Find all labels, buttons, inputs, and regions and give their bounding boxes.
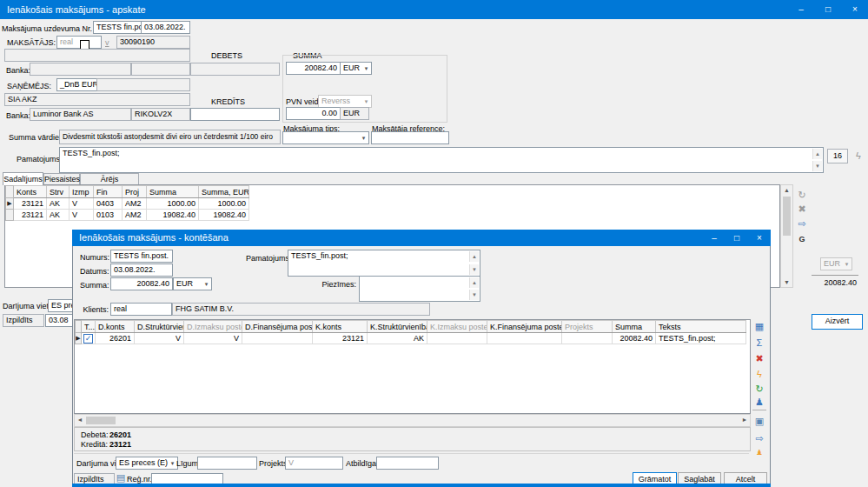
scroll-thumb[interactable] [86,417,116,424]
refresh-icon[interactable]: ↻ [795,190,809,201]
notes-textarea[interactable]: ▲ ▼ [359,276,480,302]
tab-piesaistes[interactable]: Piesaistes [43,173,80,184]
modal-minimize-icon[interactable]: – [703,230,726,246]
row-selector-empty [6,210,14,221]
scroll-right-icon[interactable]: ► [739,415,750,424]
col-k-izmaksu[interactable]: K.Izmaksu postenis [427,321,487,333]
cell [242,333,313,344]
client-code-input[interactable]: real [110,303,172,316]
col-t[interactable]: T... [82,321,96,333]
col-izmp[interactable]: Izmp [70,186,94,198]
sum-icon[interactable]: Σ [752,337,766,349]
table-row[interactable]: 23121 AK V 0103 AM2 19082.40 19082.40 [6,210,249,221]
executed-field: Izpildīts [3,314,44,327]
minimize-icon[interactable]: – [788,0,814,19]
sum-input[interactable]: 20082.40 [110,277,173,290]
contract-input[interactable] [197,457,257,470]
col-strv[interactable]: Strv [47,186,70,198]
spin-down-icon[interactable]: ▼ [469,290,479,300]
lightning-icon[interactable]: ϟ [851,150,865,162]
col-fin[interactable]: Fin [94,186,123,198]
refresh-icon[interactable]: ↻ [752,384,766,395]
vat-type-select[interactable]: Reverss ▾ [318,95,372,108]
stamp-icon[interactable]: ♟ [752,397,766,408]
payer-reference-input[interactable] [371,131,449,144]
tab-arejs-maksajums[interactable]: Ārējs maksājums [80,173,139,184]
payment-date-input[interactable]: 03.08.2022. [141,21,190,34]
col-teksts[interactable]: Teksts [656,321,746,333]
delete-icon[interactable]: ✖ [752,353,766,364]
spin-up-icon[interactable]: ▲ [812,149,822,159]
selector-header [76,321,82,333]
col-proj[interactable]: Proj [123,186,147,198]
responsible-input[interactable] [376,457,439,470]
col-k-strukturvieniba[interactable]: K.Struktūrvienība [368,321,427,333]
modal-maximize-icon[interactable]: □ [726,230,748,246]
copy-icon[interactable]: ▣ [752,416,766,427]
main-window-title: Ienākošais maksājums - apskate [7,0,146,19]
credit-account-field [190,108,280,121]
person-icon[interactable]: ♟ [752,448,766,455]
vertical-scrollbar[interactable]: ▲ ▼ [780,184,793,288]
modal-close-icon[interactable]: × [748,230,771,246]
credit-sum-input[interactable]: 0.00 [286,107,341,120]
modal-business-place-select[interactable]: ES preces (E) ▾ [116,457,178,470]
main-titlebar: Ienākošais maksājums - apskate – □ × [0,0,868,19]
receiver-label: SAŅĒMĒJS: [7,82,51,91]
col-konts[interactable]: Konts [14,186,47,198]
receiver-account-input[interactable]: _DnB EUR [56,78,102,91]
col-summa[interactable]: Summa [613,321,656,333]
g-icon[interactable]: G [795,234,809,245]
col-d-strukturvieniba[interactable]: D.Struktūrvienība [135,321,184,333]
column-settings-icon[interactable]: ▦ [752,321,766,332]
posting-checkbox[interactable]: ✓ [83,334,93,344]
scroll-left-icon[interactable]: ◄ [75,415,85,424]
cell: V [184,333,242,344]
spin-up-icon[interactable]: ▲ [469,277,479,288]
payment-type-select[interactable]: ▾ [282,131,369,144]
delete-icon[interactable]: ✖ [795,203,809,215]
controls-divider [74,453,749,454]
maximize-icon[interactable]: □ [815,0,841,19]
col-k-konts[interactable]: K.konts [313,321,368,333]
col-summa[interactable]: Summa [147,186,199,198]
payment-order-nr-input[interactable]: TESTS fin.post [93,21,142,34]
payer-code-input[interactable]: real [56,36,102,49]
col-d-izmaksu[interactable]: D.Izmaksu postenis [184,321,242,333]
total-currency-select[interactable]: EUR ▾ [820,257,852,270]
payer-lookup-link[interactable]: v [105,38,109,48]
basis-textarea[interactable]: TESTS_fin.post; ▲ ▼ [59,147,824,173]
scroll-thumb[interactable] [783,197,791,236]
project-input[interactable]: V [285,457,343,470]
currency-select[interactable]: EUR ▾ [340,62,372,75]
printer-icon[interactable]: ▤ [114,472,128,484]
export-icon[interactable]: ⇨ [795,218,809,230]
table-row[interactable]: ▶ 23121 AK V 0403 AM2 1000.00 1000.00 [6,198,249,210]
date-label: Datums: [80,267,109,277]
cell: 26201 [96,333,135,344]
col-d-konts[interactable]: D.konts [96,321,135,333]
sum-input[interactable]: 20082.40 [286,62,341,75]
spin-down-icon[interactable]: ▼ [469,264,479,275]
col-summa-eur[interactable]: Summa, EUR [199,186,249,198]
col-k-finansejuma[interactable]: K.Finansējuma postenis [487,321,562,333]
lightning-icon[interactable]: ϟ [752,369,766,380]
horizontal-scrollbar[interactable]: ◄ ► [74,414,751,427]
aizvert-button[interactable]: Aizvērt [812,314,863,330]
col-d-finansejuma[interactable]: D.Finansējuma postenis [242,321,313,333]
spin-up-icon[interactable]: ▲ [469,251,479,262]
date-input[interactable]: 03.08.2022. [110,264,173,277]
posting-row[interactable]: ▶ ✓ 26201 V V 23121 AK 20082.40 TESTS_fi… [76,333,746,344]
modal-business-place-value: ES preces (E) [119,458,168,467]
modal-currency-select[interactable]: EUR ▾ [173,277,212,290]
cell: AK [47,198,70,210]
scroll-up-icon[interactable]: ▲ [781,185,792,195]
tab-sadalijums[interactable]: Sadalījums [3,172,43,185]
export-icon[interactable]: ⇨ [752,433,766,444]
modal-basis-textarea[interactable]: TESTS_fin.post; ▲ ▼ [288,250,480,277]
scroll-down-icon[interactable]: ▼ [781,277,792,287]
col-projekts[interactable]: Projekts [562,321,613,333]
spin-down-icon[interactable]: ▼ [812,161,822,171]
close-icon[interactable]: × [842,0,868,19]
number-input[interactable]: TESTS fin.post. [110,250,173,263]
